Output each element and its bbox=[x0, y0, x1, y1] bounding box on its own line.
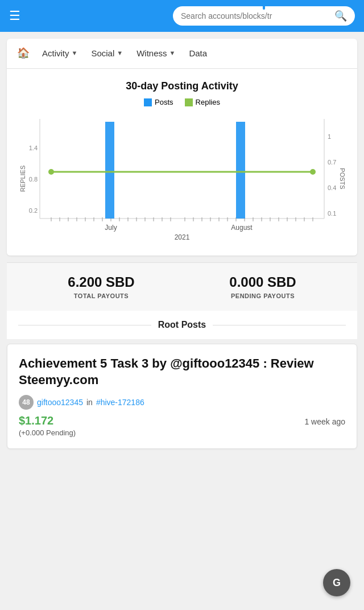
search-indicator bbox=[263, 2, 265, 10]
root-posts-header: Root Posts bbox=[7, 311, 357, 339]
chart-container: REPLIES POSTS 0.2 0.8 1.4 0.1 0.4 0.7 1 bbox=[16, 113, 348, 244]
post-in-text: in bbox=[86, 398, 93, 407]
replies-legend-icon bbox=[185, 98, 193, 106]
pending-payouts: 0.000 SBD PENDING PAYOUTS bbox=[182, 274, 344, 299]
post-meta: 48 giftooo12345 in #hive-172186 bbox=[19, 395, 345, 410]
svg-text:0.8: 0.8 bbox=[29, 176, 38, 183]
top-nav: ☰ 🔍 bbox=[0, 0, 364, 32]
tab-home[interactable]: 🏠 bbox=[11, 39, 35, 68]
search-icon[interactable]: 🔍 bbox=[334, 10, 347, 22]
post-value: $1.172 bbox=[19, 414, 53, 427]
post-reputation: 48 bbox=[19, 395, 34, 410]
tab-social[interactable]: Social ▼ bbox=[84, 40, 130, 67]
total-payout-label: TOTAL PAYOUTS bbox=[20, 292, 182, 299]
total-payout-amount: 6.200 SBD bbox=[20, 274, 182, 290]
total-payouts: 6.200 SBD TOTAL PAYOUTS bbox=[20, 274, 182, 299]
posts-legend-icon bbox=[144, 98, 152, 106]
svg-text:REPLIES: REPLIES bbox=[19, 166, 26, 192]
hamburger-icon[interactable]: ☰ bbox=[9, 9, 20, 23]
post-time: 1 week ago bbox=[304, 417, 345, 426]
post-title[interactable]: Achievement 5 Task 3 by @giftooo12345 : … bbox=[19, 356, 345, 388]
post-pending: (+0.000 Pending) bbox=[19, 428, 345, 437]
post-tag[interactable]: #hive-172186 bbox=[96, 398, 144, 407]
chevron-down-icon: ▼ bbox=[117, 50, 123, 56]
svg-rect-49 bbox=[236, 122, 245, 219]
legend-posts: Posts bbox=[144, 98, 173, 106]
chart-title: 30-day Posting Activity bbox=[16, 80, 348, 92]
svg-rect-48 bbox=[105, 122, 114, 219]
search-bar: 🔍 bbox=[173, 6, 355, 26]
nav-tabs: 🏠 Activity ▼ Social ▼ Witness ▼ Data bbox=[7, 39, 357, 69]
svg-text:POSTS: POSTS bbox=[339, 168, 346, 189]
post-author-link[interactable]: giftooo12345 bbox=[37, 398, 83, 407]
root-posts-label: Root Posts bbox=[151, 320, 213, 329]
svg-text:0.4: 0.4 bbox=[328, 184, 336, 191]
chart-legend: Posts Replies bbox=[16, 98, 348, 106]
svg-text:August: August bbox=[231, 224, 253, 232]
search-input[interactable] bbox=[181, 11, 330, 20]
svg-point-52 bbox=[310, 169, 316, 175]
pending-payout-amount: 0.000 SBD bbox=[182, 274, 344, 290]
svg-text:July: July bbox=[105, 224, 117, 232]
tab-activity[interactable]: Activity ▼ bbox=[35, 40, 84, 67]
post-card: Achievement 5 Task 3 by @giftooo12345 : … bbox=[7, 344, 357, 449]
main-content: 🏠 Activity ▼ Social ▼ Witness ▼ Data 30-… bbox=[7, 39, 357, 255]
svg-text:2021: 2021 bbox=[175, 233, 190, 241]
payouts-section: 6.200 SBD TOTAL PAYOUTS 0.000 SBD PENDIN… bbox=[7, 262, 357, 311]
svg-text:0.2: 0.2 bbox=[29, 207, 38, 214]
svg-point-51 bbox=[48, 169, 54, 175]
svg-text:0.7: 0.7 bbox=[328, 159, 336, 166]
chevron-down-icon: ▼ bbox=[72, 50, 78, 56]
chevron-down-icon: ▼ bbox=[169, 50, 176, 56]
svg-text:1.4: 1.4 bbox=[29, 145, 38, 151]
svg-text:1: 1 bbox=[328, 133, 331, 140]
chart-svg: REPLIES POSTS 0.2 0.8 1.4 0.1 0.4 0.7 1 bbox=[16, 113, 348, 244]
legend-replies: Replies bbox=[185, 98, 220, 106]
chart-section: 30-day Posting Activity Posts Replies RE… bbox=[7, 69, 357, 255]
tab-data[interactable]: Data bbox=[182, 40, 214, 67]
pending-payout-label: PENDING PAYOUTS bbox=[182, 292, 344, 299]
svg-text:0.1: 0.1 bbox=[328, 210, 336, 217]
svg-rect-1 bbox=[185, 98, 193, 106]
svg-rect-0 bbox=[144, 98, 152, 106]
tab-witness[interactable]: Witness ▼ bbox=[130, 40, 182, 67]
post-value-row: $1.172 1 week ago bbox=[19, 414, 345, 427]
